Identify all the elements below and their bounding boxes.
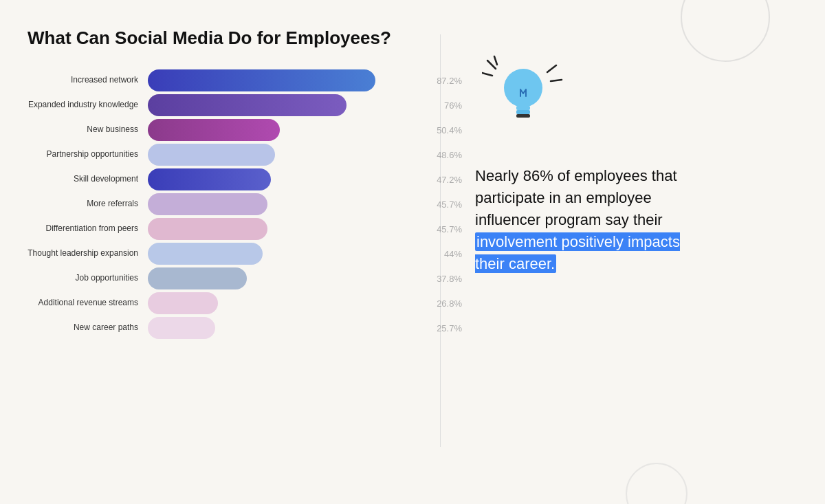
- bar-fill: [148, 218, 267, 240]
- bar-label: New career paths: [28, 322, 148, 333]
- bar-label: Skill development: [28, 174, 148, 185]
- chart-title: What Can Social Media Do for Employees?: [28, 28, 426, 49]
- bar-label: Additional revenue streams: [28, 298, 148, 309]
- bar-fill: [148, 168, 271, 190]
- bar-track: 47.2%: [148, 168, 426, 190]
- bar-label: Increased network: [28, 75, 148, 86]
- bar-fill: [148, 94, 346, 116]
- bar-row: Partnership opportunities48.6%: [28, 144, 426, 166]
- bar-row: More referrals45.7%: [28, 193, 426, 215]
- svg-point-5: [504, 69, 542, 107]
- bar-track: 87.2%: [148, 69, 426, 91]
- page-container: What Can Social Media Do for Employees? …: [0, 0, 825, 504]
- bar-label: Differentiation from peers: [28, 223, 148, 234]
- bar-row: Thought leadership expansion44%: [28, 243, 426, 265]
- bar-label: Job opportunities: [28, 273, 148, 284]
- bar-track: 37.8%: [148, 267, 426, 289]
- bar-track: 48.6%: [148, 144, 426, 166]
- bar-row: Job opportunities37.8%: [28, 267, 426, 289]
- chart-area: Increased network87.2%Expanded industry …: [28, 69, 426, 342]
- bar-row: Differentiation from peers45.7%: [28, 218, 426, 240]
- bar-label: Partnership opportunities: [28, 149, 148, 160]
- bar-fill: [148, 267, 247, 289]
- bar-row: New career paths25.7%: [28, 317, 426, 339]
- right-panel: Nearly 86% of employees that participate…: [441, 0, 825, 504]
- bar-fill: [148, 69, 375, 91]
- svg-rect-7: [516, 110, 530, 114]
- bar-row: Increased network87.2%: [28, 69, 426, 91]
- bar-fill: [148, 193, 267, 215]
- bar-track: 44%: [148, 243, 426, 265]
- bar-label: New business: [28, 124, 148, 135]
- bar-label: More referrals: [28, 199, 148, 210]
- svg-rect-6: [516, 106, 530, 110]
- svg-line-3: [547, 65, 556, 72]
- bar-label: Thought leadership expansion: [28, 248, 148, 259]
- bar-row: Expanded industry knowledge76%: [28, 94, 426, 116]
- bar-track: 76%: [148, 94, 426, 116]
- lightbulb-illustration: [475, 48, 571, 144]
- svg-line-2: [494, 56, 497, 65]
- bulb-svg: [482, 55, 564, 138]
- bar-fill: [148, 292, 218, 314]
- bar-track: 45.7%: [148, 218, 426, 240]
- bar-fill: [148, 317, 215, 339]
- bar-row: Additional revenue streams26.8%: [28, 292, 426, 314]
- stat-text-before: Nearly 86% of employees that participate…: [475, 167, 677, 228]
- svg-line-1: [482, 73, 492, 76]
- bar-row: Skill development47.2%: [28, 168, 426, 190]
- stat-text: Nearly 86% of employees that participate…: [475, 165, 695, 274]
- svg-line-4: [551, 80, 562, 81]
- svg-rect-8: [516, 114, 530, 118]
- bar-row: New business50.4%: [28, 119, 426, 141]
- bar-track: 50.4%: [148, 119, 426, 141]
- chart-panel: What Can Social Media Do for Employees? …: [0, 0, 440, 504]
- bar-track: 26.8%: [148, 292, 426, 314]
- stat-highlight: involvement positively impacts their car…: [475, 232, 680, 273]
- bar-track: 25.7%: [148, 317, 426, 339]
- bar-label: Expanded industry knowledge: [28, 100, 148, 111]
- bar-fill: [148, 119, 280, 141]
- bar-fill: [148, 243, 263, 265]
- bar-fill: [148, 144, 275, 166]
- bar-track: 45.7%: [148, 193, 426, 215]
- svg-line-0: [487, 61, 496, 69]
